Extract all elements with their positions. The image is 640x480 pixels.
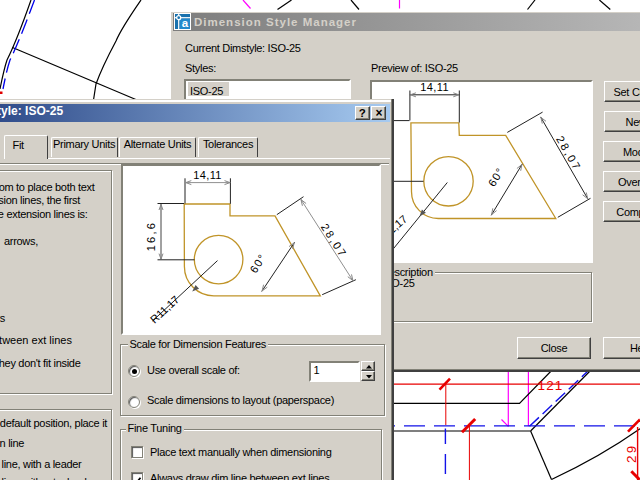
svg-text:121: 121 bbox=[537, 378, 563, 393]
svg-text:a: a bbox=[182, 17, 189, 29]
svg-text:28,07: 28,07 bbox=[554, 134, 584, 173]
svg-text:29: 29 bbox=[624, 443, 639, 463]
svg-text:14,11: 14,11 bbox=[420, 82, 449, 93]
svg-text:16,6: 16,6 bbox=[145, 220, 157, 250]
svg-text:14,11: 14,11 bbox=[193, 169, 222, 181]
svg-text:R11,17: R11,17 bbox=[148, 293, 182, 325]
svg-text:60°: 60° bbox=[247, 251, 268, 275]
svg-text:28,07: 28,07 bbox=[319, 221, 350, 260]
svg-text:60°: 60° bbox=[486, 165, 507, 189]
